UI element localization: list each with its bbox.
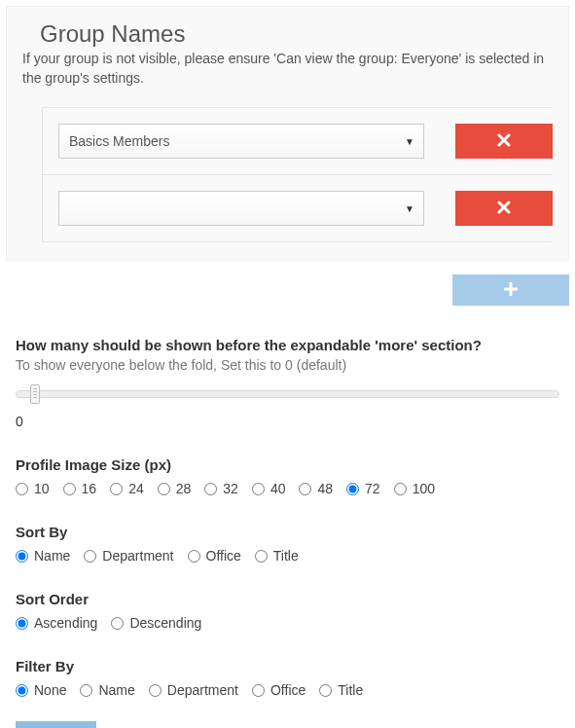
radio-input[interactable]	[16, 684, 28, 697]
radio-option[interactable]: Title	[319, 682, 363, 698]
radio-input[interactable]	[16, 617, 28, 630]
radio-input[interactable]	[63, 483, 76, 495]
radio-input[interactable]	[158, 483, 170, 495]
radio-input[interactable]	[111, 617, 124, 630]
radio-option[interactable]: Name	[80, 682, 134, 698]
radio-option[interactable]: Department	[149, 682, 238, 698]
radio-input[interactable]	[84, 550, 96, 563]
radio-input[interactable]	[252, 483, 265, 495]
radio-label: 24	[128, 481, 144, 496]
radio-option[interactable]: None	[16, 682, 66, 698]
radio-label: Ascending	[34, 615, 97, 631]
radio-option[interactable]: Office	[188, 548, 241, 564]
sort-order-label: Sort Order	[16, 591, 559, 607]
radio-option[interactable]: Office	[252, 682, 305, 698]
radio-input[interactable]	[16, 550, 28, 563]
remove-group-button[interactable]	[455, 191, 553, 226]
sort-order-section: Sort Order AscendingDescending	[16, 591, 559, 631]
radio-option[interactable]: 48	[299, 481, 333, 496]
radio-label: Name	[98, 682, 134, 698]
slider-track	[16, 390, 559, 398]
radio-option[interactable]: 32	[204, 481, 238, 496]
radio-input[interactable]	[204, 483, 217, 495]
radio-input[interactable]	[80, 684, 92, 697]
radio-option[interactable]: Ascending	[16, 615, 97, 631]
radio-input[interactable]	[319, 684, 332, 697]
radio-input[interactable]	[149, 684, 162, 697]
show-count-section: How many should be shown before the expa…	[16, 337, 559, 429]
show-count-value: 0	[16, 414, 559, 429]
radio-label: 16	[82, 481, 97, 496]
filter-by-options: NoneNameDepartmentOfficeTitle	[16, 682, 559, 698]
radio-option[interactable]: Name	[16, 548, 70, 564]
radio-label: Name	[34, 548, 70, 564]
radio-input[interactable]	[346, 483, 359, 495]
radio-input[interactable]	[188, 550, 200, 563]
add-group-button[interactable]	[452, 274, 569, 306]
sort-by-options: NameDepartmentOfficeTitle	[16, 548, 559, 564]
image-size-options: 1016242832404872100	[16, 481, 559, 496]
radio-label: Department	[102, 548, 173, 564]
radio-label: Department	[167, 682, 238, 698]
radio-label: 72	[365, 481, 380, 496]
radio-input[interactable]	[255, 550, 268, 563]
group-names-title: Group Names	[40, 20, 553, 48]
radio-label: Office	[270, 682, 305, 698]
filter-by-section: Filter By NoneNameDepartmentOfficeTitle	[16, 658, 559, 698]
radio-option[interactable]: 24	[110, 481, 144, 496]
radio-label: 48	[317, 481, 333, 496]
submit-button[interactable]: Submit	[16, 721, 96, 728]
add-row	[0, 261, 575, 309]
group-rows: Basics Members ▼ ▼	[42, 107, 553, 242]
radio-option[interactable]: Descending	[111, 615, 201, 631]
radio-option[interactable]: 40	[252, 481, 286, 496]
group-row: ▼	[43, 174, 553, 242]
radio-label: Office	[206, 548, 241, 564]
filter-by-label: Filter By	[16, 658, 559, 674]
slider-thumb[interactable]	[30, 384, 40, 404]
radio-label: Descending	[129, 615, 201, 631]
radio-input[interactable]	[110, 483, 123, 495]
radio-option[interactable]: 16	[63, 481, 97, 496]
image-size-label: Profile Image Size (px)	[16, 456, 559, 473]
group-names-panel: Group Names If your group is not visible…	[6, 6, 569, 261]
radio-label: 40	[270, 481, 286, 496]
radio-option[interactable]: Department	[84, 548, 173, 564]
radio-label: 100	[413, 481, 435, 496]
sort-order-options: AscendingDescending	[16, 615, 559, 631]
radio-option[interactable]: 28	[158, 481, 192, 496]
radio-label: 10	[34, 481, 50, 496]
remove-group-button[interactable]	[455, 124, 553, 159]
radio-input[interactable]	[299, 483, 311, 495]
show-count-slider[interactable]	[16, 382, 559, 406]
group-row: Basics Members ▼	[43, 107, 553, 174]
radio-label: 32	[223, 481, 238, 496]
radio-input[interactable]	[394, 483, 407, 495]
radio-option[interactable]: 72	[346, 481, 380, 496]
show-count-help: To show everyone below the fold, Set thi…	[16, 357, 559, 373]
sort-by-section: Sort By NameDepartmentOfficeTitle	[16, 524, 559, 564]
show-count-label: How many should be shown before the expa…	[16, 337, 559, 353]
close-icon	[497, 133, 511, 150]
group-names-description: If your group is not visible, please ens…	[22, 50, 553, 88]
radio-label: None	[34, 682, 66, 698]
group-select[interactable]	[58, 191, 424, 226]
sort-by-label: Sort By	[16, 524, 559, 540]
radio-input[interactable]	[16, 483, 28, 495]
group-select[interactable]: Basics Members	[58, 124, 424, 159]
radio-option[interactable]: 100	[394, 481, 435, 496]
radio-input[interactable]	[252, 684, 265, 697]
radio-option[interactable]: Title	[255, 548, 299, 564]
radio-label: Title	[273, 548, 299, 564]
radio-label: 28	[176, 481, 192, 496]
radio-option[interactable]: 10	[16, 481, 50, 496]
image-size-section: Profile Image Size (px) 1016242832404872…	[16, 456, 559, 496]
close-icon	[497, 200, 511, 217]
radio-label: Title	[338, 682, 363, 698]
plus-icon	[504, 282, 518, 299]
